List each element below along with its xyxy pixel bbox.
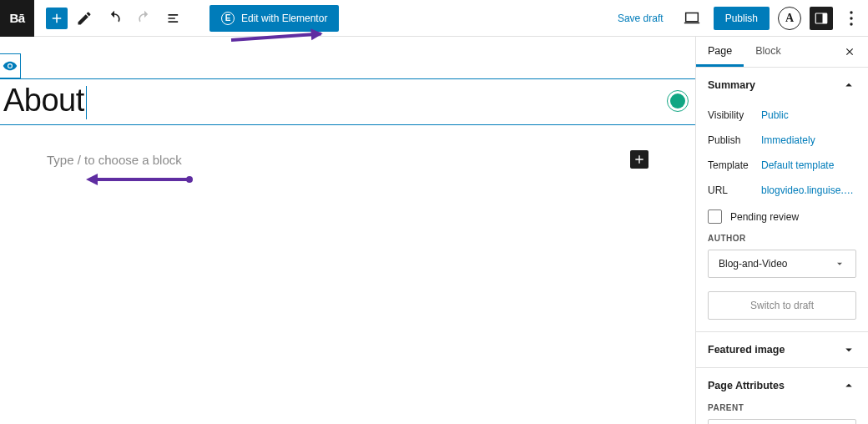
summary-panel: Summary Visibility Public Publish Immedi… bbox=[696, 68, 868, 332]
list-view-button[interactable] bbox=[161, 5, 188, 32]
page-attributes-header[interactable]: Page Attributes bbox=[696, 368, 868, 403]
topbar: Bā E Edit with Elementor Save draft Publ… bbox=[0, 0, 868, 37]
preview-toggle-tab[interactable] bbox=[0, 53, 21, 78]
plus-icon bbox=[49, 11, 64, 26]
chevron-up-icon bbox=[841, 78, 856, 93]
undo-icon bbox=[106, 10, 123, 27]
publish-button[interactable]: Publish bbox=[714, 7, 770, 30]
main-area: About Type / to choose a block Page Bloc… bbox=[0, 37, 868, 424]
publish-label: Publish bbox=[708, 134, 761, 146]
tab-block[interactable]: Block bbox=[744, 37, 793, 67]
svg-point-3 bbox=[850, 17, 852, 19]
more-vertical-icon bbox=[850, 11, 853, 26]
settings-panel-toggle[interactable] bbox=[810, 7, 833, 30]
url-row: URL blogvideo.linguise.com... bbox=[708, 178, 856, 203]
summary-header[interactable]: Summary bbox=[696, 68, 868, 103]
save-draft-link[interactable]: Save draft bbox=[611, 8, 670, 29]
eye-icon bbox=[3, 58, 18, 73]
summary-body: Visibility Public Publish Immediately Te… bbox=[696, 103, 868, 331]
url-value[interactable]: blogvideo.linguise.com... bbox=[761, 184, 856, 196]
preview-button[interactable] bbox=[679, 5, 705, 32]
astra-settings-button[interactable]: A bbox=[778, 7, 801, 30]
page-attributes-panel: Page Attributes PARENT × bbox=[696, 368, 868, 424]
chevron-down-icon bbox=[841, 342, 856, 357]
author-dropdown[interactable]: Blog-and-Video bbox=[708, 250, 856, 278]
svg-point-2 bbox=[850, 11, 852, 13]
redo-button bbox=[131, 5, 158, 32]
add-block-button[interactable] bbox=[46, 8, 68, 29]
toolbar-left bbox=[46, 5, 188, 32]
pencil-icon bbox=[76, 10, 93, 27]
featured-image-panel: Featured image bbox=[696, 332, 868, 368]
visibility-value[interactable]: Public bbox=[761, 109, 856, 121]
parent-label: PARENT bbox=[708, 403, 856, 412]
featured-image-header[interactable]: Featured image bbox=[696, 332, 868, 367]
plus-icon bbox=[633, 153, 646, 166]
site-logo[interactable]: Bā bbox=[0, 0, 34, 37]
list-icon bbox=[166, 10, 183, 27]
svg-rect-1 bbox=[823, 13, 827, 23]
edit-mode-button[interactable] bbox=[71, 5, 98, 32]
annotation-arrow-2 bbox=[98, 178, 189, 181]
undo-button[interactable] bbox=[101, 5, 128, 32]
sidebar-icon bbox=[814, 11, 829, 26]
editor-canvas: About Type / to choose a block bbox=[0, 37, 695, 424]
publish-value[interactable]: Immediately bbox=[761, 134, 856, 146]
url-label: URL bbox=[708, 184, 761, 196]
inline-add-block-button[interactable] bbox=[630, 150, 648, 169]
more-options-button[interactable] bbox=[841, 5, 861, 32]
publish-row: Publish Immediately bbox=[708, 128, 856, 153]
pending-review-label: Pending review bbox=[730, 211, 799, 223]
chevron-down-icon bbox=[834, 258, 845, 270]
template-row: Template Default template bbox=[708, 153, 856, 178]
template-value[interactable]: Default template bbox=[761, 159, 856, 171]
settings-sidebar: Page Block Summary Visibility Public Pub… bbox=[695, 37, 868, 424]
featured-image-title: Featured image bbox=[708, 344, 785, 356]
content-placeholder-row: Type / to choose a block bbox=[47, 150, 648, 169]
close-icon bbox=[844, 46, 855, 58]
chevron-up-icon bbox=[841, 378, 856, 393]
pending-review-row: Pending review bbox=[708, 203, 856, 234]
elementor-label: Edit with Elementor bbox=[241, 13, 327, 24]
redo-icon bbox=[136, 10, 153, 27]
switch-to-draft-button[interactable]: Switch to draft bbox=[708, 291, 856, 320]
svg-point-4 bbox=[850, 23, 852, 25]
title-block[interactable]: About bbox=[0, 78, 695, 125]
sidebar-tabs: Page Block bbox=[696, 37, 868, 68]
page-attributes-title: Page Attributes bbox=[708, 380, 785, 391]
grammarly-icon bbox=[670, 93, 685, 109]
tab-page[interactable]: Page bbox=[696, 37, 744, 67]
block-placeholder[interactable]: Type / to choose a block bbox=[47, 153, 630, 167]
toolbar-right: Save draft Publish A bbox=[611, 5, 861, 32]
author-value: Blog-and-Video bbox=[719, 258, 788, 270]
desktop-icon bbox=[683, 9, 701, 28]
grammarly-badge[interactable] bbox=[667, 90, 689, 112]
page-attributes-body: PARENT bbox=[696, 403, 868, 412]
visibility-label: Visibility bbox=[708, 109, 761, 121]
page-title-input[interactable]: About bbox=[3, 83, 87, 119]
author-section-label: AUTHOR bbox=[708, 234, 856, 243]
pending-review-checkbox[interactable] bbox=[708, 209, 722, 224]
elementor-icon: E bbox=[221, 12, 235, 25]
close-sidebar-button[interactable] bbox=[835, 37, 865, 67]
visibility-row: Visibility Public bbox=[708, 103, 856, 128]
summary-title: Summary bbox=[708, 79, 755, 91]
parent-dropdown[interactable]: × bbox=[708, 419, 856, 424]
template-label: Template bbox=[708, 159, 761, 171]
